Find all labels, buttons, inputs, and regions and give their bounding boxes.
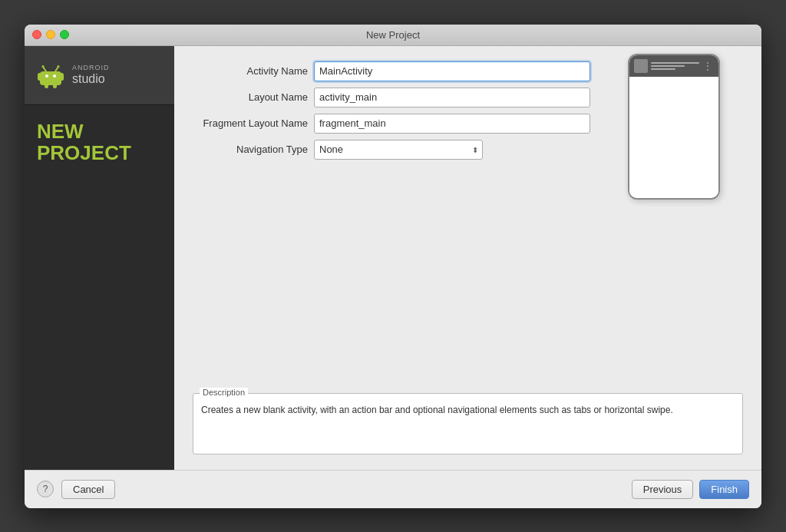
svg-rect-1 xyxy=(38,73,41,81)
bottom-right-controls: Previous Finish xyxy=(632,480,749,499)
phone-screen-content xyxy=(629,77,718,198)
svg-point-9 xyxy=(42,65,45,68)
cancel-button[interactable]: Cancel xyxy=(61,480,115,499)
help-button[interactable]: ? xyxy=(37,481,54,497)
main-content: ANDROID studio NEW PROJECT Activity Nam xyxy=(25,46,761,470)
fragment-layout-label: Fragment Layout Name xyxy=(193,117,308,129)
phone-ab-line-3 xyxy=(651,68,675,70)
svg-rect-2 xyxy=(60,73,64,81)
layout-name-input[interactable] xyxy=(314,88,590,107)
navigation-type-select[interactable]: None Tabs Swipe Navigation Drawer xyxy=(314,140,483,160)
studio-label: studio xyxy=(72,71,110,86)
phone-ab-line-1 xyxy=(651,62,699,64)
android-robot-icon xyxy=(36,61,65,90)
navigation-type-label: Navigation Type xyxy=(193,144,308,155)
android-icon xyxy=(35,60,66,91)
maximize-button[interactable] xyxy=(60,30,69,39)
description-text: Creates a new blank activity, with an ac… xyxy=(201,403,735,417)
description-box: Description Creates a new blank activity… xyxy=(193,393,743,454)
bottom-bar: ? Cancel Previous Finish xyxy=(25,470,761,508)
layout-name-label: Layout Name xyxy=(193,91,308,103)
activity-name-input[interactable] xyxy=(314,61,590,81)
phone-preview: ⋮ xyxy=(628,54,720,200)
finish-button[interactable]: Finish xyxy=(699,480,749,499)
svg-rect-3 xyxy=(45,82,48,88)
new-project-sidebar: NEW PROJECT xyxy=(25,105,174,470)
phone-ab-dots-icon: ⋮ xyxy=(702,60,714,72)
bottom-left-controls: ? Cancel xyxy=(37,480,115,499)
activity-name-label: Activity Name xyxy=(193,65,308,77)
minimize-button[interactable] xyxy=(46,30,55,39)
phone-ab-lines xyxy=(651,61,699,71)
logo-text: ANDROID studio xyxy=(72,64,110,87)
new-project-label: NEW PROJECT xyxy=(37,121,162,164)
svg-point-5 xyxy=(45,74,48,78)
svg-point-6 xyxy=(53,74,56,78)
android-label: ANDROID xyxy=(72,64,110,72)
svg-line-8 xyxy=(55,67,58,71)
form-area: Activity Name Layout Name Fragment Layou… xyxy=(174,46,761,470)
title-bar: New Project xyxy=(25,25,761,46)
svg-point-10 xyxy=(58,65,60,68)
previous-button[interactable]: Previous xyxy=(632,480,694,499)
traffic-lights xyxy=(32,30,69,39)
navigation-type-select-wrapper: None Tabs Swipe Navigation Drawer ⬍ xyxy=(314,140,483,160)
new-project-window: New Project xyxy=(25,25,761,508)
svg-rect-0 xyxy=(40,71,61,85)
phone-frame: ⋮ xyxy=(628,54,720,200)
svg-line-7 xyxy=(43,67,46,71)
phone-ab-app-icon xyxy=(634,59,648,73)
svg-rect-4 xyxy=(53,82,57,88)
sidebar: ANDROID studio NEW PROJECT xyxy=(25,46,174,470)
phone-ab-line-2 xyxy=(651,65,685,67)
sidebar-logo: ANDROID studio xyxy=(25,46,174,105)
fragment-layout-input[interactable] xyxy=(314,114,590,134)
window-title: New Project xyxy=(366,29,420,41)
description-legend: Description xyxy=(200,388,248,397)
phone-action-bar: ⋮ xyxy=(629,55,718,77)
close-button[interactable] xyxy=(32,30,41,39)
